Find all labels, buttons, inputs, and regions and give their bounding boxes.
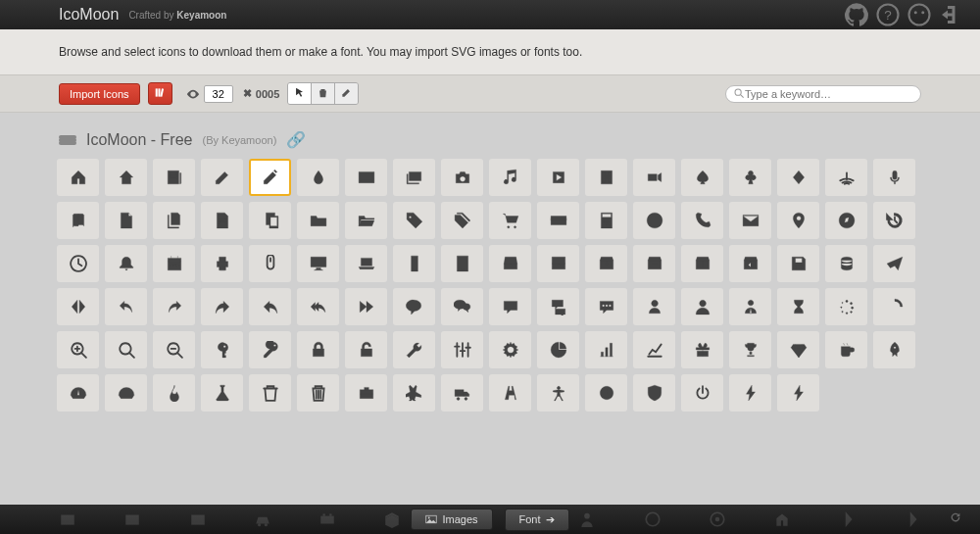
icon-history[interactable] [873, 202, 915, 239]
icon-rocket[interactable] [873, 331, 915, 368]
icon-flip-horizontal[interactable] [57, 288, 99, 325]
icon-folder[interactable] [297, 202, 339, 239]
icon-power[interactable] [681, 374, 723, 412]
icon-mobile[interactable] [393, 245, 435, 282]
icon-forward[interactable] [201, 288, 243, 325]
icon-drawer[interactable] [489, 245, 531, 282]
icon-tags[interactable] [441, 202, 483, 239]
icon-dots[interactable] [585, 288, 627, 325]
icon-music[interactable] [489, 159, 531, 196]
icon-calendar[interactable] [153, 245, 195, 282]
icon-copy[interactable] [249, 202, 291, 239]
icon-accessibility[interactable] [537, 374, 579, 412]
icon-bubble[interactable] [393, 288, 435, 325]
icon-pencil2[interactable] [249, 159, 291, 196]
icon-laptop[interactable] [345, 245, 387, 282]
icon-lab[interactable] [201, 374, 243, 412]
icon-clock[interactable] [57, 245, 99, 282]
icon-spinner[interactable] [825, 288, 867, 325]
icon-camera[interactable] [441, 159, 483, 196]
icon-images[interactable] [393, 159, 435, 196]
icon-envelope[interactable] [729, 202, 771, 239]
icon-spinner2[interactable] [873, 288, 915, 325]
icon-club[interactable] [729, 159, 771, 196]
icon-user2[interactable] [681, 288, 723, 325]
icon-reply-all[interactable] [297, 288, 339, 325]
icon-pencil[interactable] [201, 159, 243, 196]
icon-stats[interactable] [633, 331, 675, 368]
icon-search[interactable] [105, 331, 147, 368]
icon-pie-chart[interactable] [537, 331, 579, 368]
icon-compass[interactable] [825, 202, 867, 239]
icon-lock[interactable] [297, 331, 339, 368]
icon-newspaper[interactable] [153, 159, 195, 196]
images-tab-button[interactable]: Images [411, 509, 492, 530]
icon-drawer2[interactable] [537, 245, 579, 282]
icon-video-camera[interactable] [633, 159, 675, 196]
account-icon[interactable] [907, 3, 931, 26]
icon-zoom-out[interactable] [153, 331, 195, 368]
icon-calculator[interactable] [585, 202, 627, 239]
icon-files-empty[interactable] [153, 202, 195, 239]
icon-printer[interactable] [201, 245, 243, 282]
icon-fire[interactable] [153, 374, 195, 412]
link-icon[interactable]: 🔗 [286, 130, 306, 149]
icon-book[interactable] [57, 202, 99, 239]
icon-diamond[interactable] [777, 159, 819, 196]
delete-tool-button[interactable] [312, 83, 335, 104]
icon-floppy-disk[interactable] [777, 245, 819, 282]
icon-shield[interactable] [633, 374, 675, 412]
icon-lifebuoy[interactable] [633, 202, 675, 239]
icon-bubbles[interactable] [441, 288, 483, 325]
icon-reply[interactable] [249, 288, 291, 325]
search-box[interactable] [725, 85, 921, 103]
icon-database[interactable] [825, 245, 867, 282]
icon-paper-plane[interactable] [873, 245, 915, 282]
icon-file-empty[interactable] [105, 202, 147, 239]
icon-flash[interactable] [729, 374, 771, 412]
icon-mic[interactable] [873, 159, 915, 196]
help-icon[interactable]: ? [876, 3, 900, 26]
icon-mouse[interactable] [249, 245, 291, 282]
icon-film[interactable] [585, 159, 627, 196]
icon-airplane[interactable] [393, 374, 435, 412]
icon-cart[interactable] [489, 202, 531, 239]
icon-meter2[interactable] [105, 374, 147, 412]
edit-tool-button[interactable] [335, 83, 358, 104]
icon-connection[interactable] [825, 159, 867, 196]
icon-image[interactable] [345, 159, 387, 196]
icon-briefcase[interactable] [345, 374, 387, 412]
icon-home[interactable] [57, 159, 99, 196]
icon-download[interactable] [681, 245, 723, 282]
icon-meter[interactable] [57, 374, 99, 412]
library-button[interactable] [148, 82, 172, 105]
icon-unlocked[interactable] [345, 331, 387, 368]
icon-file-text[interactable] [201, 202, 243, 239]
icon-upload[interactable] [729, 245, 771, 282]
icon-truck[interactable] [441, 374, 483, 412]
icon-droplet[interactable] [297, 159, 339, 196]
icon-display[interactable] [297, 245, 339, 282]
logout-icon[interactable] [939, 3, 962, 26]
icon-bar-chart[interactable] [585, 331, 627, 368]
import-icons-button[interactable]: Import Icons [59, 83, 140, 105]
icon-mug[interactable] [825, 331, 867, 368]
icon-cog[interactable] [489, 331, 531, 368]
icon-flash2[interactable] [777, 374, 819, 412]
icon-bin2[interactable] [297, 374, 339, 412]
icon-key[interactable] [201, 331, 243, 368]
icon-hourglass[interactable] [777, 288, 819, 325]
icon-user[interactable] [633, 288, 675, 325]
icon-comment[interactable] [489, 288, 531, 325]
icon-tag[interactable] [393, 202, 435, 239]
drag-handle-icon[interactable] [59, 138, 76, 142]
icon-tablet[interactable] [441, 245, 483, 282]
deselect-count[interactable]: ✖ 0005 [243, 87, 279, 100]
icon-redo[interactable] [153, 288, 195, 325]
icon-bell[interactable] [105, 245, 147, 282]
icon-gift[interactable] [681, 331, 723, 368]
icon-undo[interactable] [105, 288, 147, 325]
icon-bin[interactable] [249, 374, 291, 412]
icon-wrench[interactable] [393, 331, 435, 368]
select-tool-button[interactable] [288, 83, 312, 104]
